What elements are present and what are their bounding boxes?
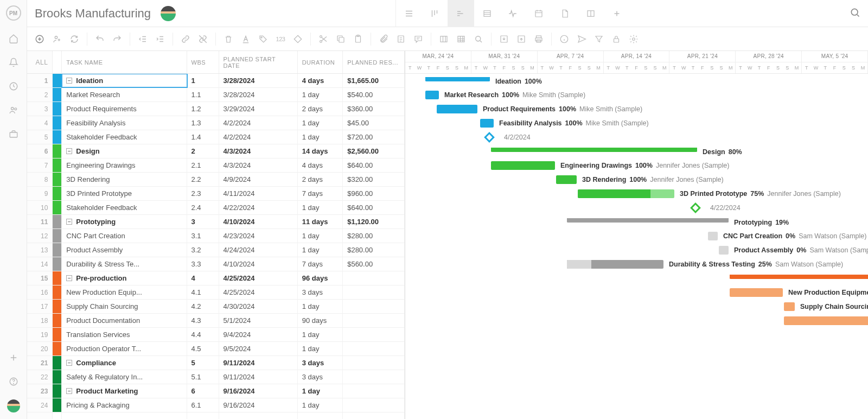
send-icon[interactable] xyxy=(575,32,589,46)
cost-cell[interactable] xyxy=(343,370,405,384)
note-icon[interactable] xyxy=(394,32,408,46)
table-row[interactable]: 15−Pre-production44/25/202496 days xyxy=(27,271,405,285)
wbs-cell[interactable]: 3.1 xyxy=(187,229,219,243)
refresh-icon[interactable] xyxy=(67,32,81,46)
task-name-cell[interactable]: Engineering Drawings xyxy=(62,158,187,172)
start-date-cell[interactable]: 4/22/2024 xyxy=(219,201,298,214)
wbs-cell[interactable]: 4.1 xyxy=(187,285,219,299)
task-bar[interactable]: 3D Rendering100%Jennifer Jones (Sample) xyxy=(556,175,577,184)
cost-cell[interactable] xyxy=(343,342,405,355)
duration-cell[interactable]: 2 days xyxy=(298,102,343,116)
start-date-cell[interactable]: 4/2/2024 xyxy=(219,116,298,130)
table-row[interactable]: 22Safety & Regulatory In...5.19/11/20243… xyxy=(27,370,405,384)
filter-icon[interactable] xyxy=(592,32,606,46)
start-date-cell[interactable]: 4/25/2024 xyxy=(219,271,298,285)
task-name-cell[interactable]: Market Research xyxy=(62,88,187,101)
duration-cell[interactable]: 96 days xyxy=(298,271,343,285)
cost-cell[interactable]: $560.00 xyxy=(343,257,405,271)
duration-cell[interactable]: 11 days xyxy=(298,215,343,228)
wbs-cell[interactable]: 6.1 xyxy=(187,398,219,412)
duration-cell[interactable]: 3 days xyxy=(298,356,343,370)
cost-cell[interactable]: $360.00 xyxy=(343,102,405,116)
view-activity-icon[interactable] xyxy=(500,0,526,27)
task-bar[interactable]: Engineering Drawings100%Jennifer Jones (… xyxy=(491,161,555,170)
trash-icon[interactable] xyxy=(221,32,235,46)
comment-icon[interactable] xyxy=(411,32,425,46)
collapse-icon[interactable]: − xyxy=(66,388,72,394)
cost-cell[interactable] xyxy=(343,356,405,370)
task-bar[interactable]: New Production Equipment0% xyxy=(730,288,783,297)
task-name-cell[interactable]: Product Assembly xyxy=(62,243,187,257)
tag-icon[interactable] xyxy=(256,32,270,46)
text-color-icon[interactable] xyxy=(239,32,253,46)
table-row[interactable]: 12CNC Part Creation3.14/23/20241 day$280… xyxy=(27,229,405,243)
grid-icon[interactable] xyxy=(454,32,468,46)
view-calendar-icon[interactable] xyxy=(526,0,552,27)
task-bar[interactable]: CNC Part Creation0%Sam Watson (Sample) xyxy=(708,232,718,240)
wbs-cell[interactable]: 4.2 xyxy=(187,300,219,313)
collapse-icon[interactable]: − xyxy=(66,275,72,281)
summary-bar[interactable]: Ideation100% xyxy=(425,77,490,81)
cost-cell[interactable] xyxy=(343,398,405,412)
cost-cell[interactable] xyxy=(343,384,405,398)
col-header-start[interactable]: PLANNED START DATE xyxy=(219,51,298,73)
duration-cell[interactable]: 1 day xyxy=(298,88,343,101)
cost-cell[interactable] xyxy=(343,314,405,327)
table-row[interactable]: 93D Printed Prototype2.34/11/20247 days$… xyxy=(27,187,405,201)
task-name-cell[interactable]: −Prototyping xyxy=(62,215,187,228)
start-date-cell[interactable]: 9/5/2024 xyxy=(219,342,298,355)
diamond-icon[interactable] xyxy=(291,32,305,46)
task-name-cell[interactable]: −Compliance xyxy=(62,356,187,370)
start-date-cell[interactable]: 4/23/2024 xyxy=(219,229,298,243)
search-icon[interactable] xyxy=(850,7,860,20)
milestone-marker[interactable] xyxy=(690,202,701,213)
table-row[interactable]: 3Product Requirements1.23/29/20242 days$… xyxy=(27,102,405,116)
start-date-cell[interactable]: 4/30/2024 xyxy=(219,300,298,313)
start-date-cell[interactable]: 3/29/2024 xyxy=(219,102,298,116)
wbs-cell[interactable]: 4.3 xyxy=(187,314,219,327)
wbs-cell[interactable]: 3 xyxy=(187,215,219,228)
table-row[interactable]: 14Durability & Stress Te...3.34/10/20247… xyxy=(27,257,405,271)
project-owner-avatar[interactable] xyxy=(161,6,176,21)
wbs-cell[interactable]: 2.2 xyxy=(187,173,219,186)
zoom-icon[interactable] xyxy=(471,32,486,46)
info-icon[interactable] xyxy=(557,32,571,46)
col-header-all[interactable]: ALL xyxy=(27,51,53,73)
task-name-cell[interactable]: Stakeholder Feedback xyxy=(62,130,187,144)
task-bar[interactable]: Product Assembly0%Sam Watson (Sample) xyxy=(719,246,729,255)
table-row[interactable]: 18Product Documentation4.35/1/202490 day… xyxy=(27,314,405,328)
export-icon[interactable] xyxy=(514,32,528,46)
task-name-cell[interactable]: Pricing & Packaging xyxy=(62,398,187,412)
cost-cell[interactable] xyxy=(343,285,405,299)
summary-bar[interactable]: Pre-production0% xyxy=(730,275,868,279)
cost-cell[interactable] xyxy=(343,328,405,341)
task-bar[interactable]: Durability & Stress Testing25%Sam Watson… xyxy=(567,260,663,269)
summary-bar[interactable]: Prototyping19% xyxy=(567,218,729,223)
wbs-cell[interactable]: 2.1 xyxy=(187,158,219,172)
duration-cell[interactable]: 1 day xyxy=(298,116,343,130)
wbs-cell[interactable]: 1.2 xyxy=(187,102,219,116)
cost-cell[interactable]: $960.00 xyxy=(343,187,405,200)
notifications-icon[interactable] xyxy=(8,56,20,68)
wbs-cell[interactable]: 4.4 xyxy=(187,328,219,341)
task-name-cell[interactable]: Translation Services xyxy=(62,328,187,341)
copy-icon[interactable] xyxy=(334,32,348,46)
start-date-cell[interactable]: 4/25/2024 xyxy=(219,285,298,299)
number-icon[interactable]: 123 xyxy=(273,32,288,46)
col-header-cost[interactable]: PLANNED RES... xyxy=(343,51,405,73)
table-row[interactable]: 4Feasibility Analysis1.34/2/20241 day$45… xyxy=(27,116,405,130)
start-date-cell[interactable]: 9/16/2024 xyxy=(219,384,298,398)
task-name-cell[interactable]: 3D Rendering xyxy=(62,173,187,186)
wbs-cell[interactable]: 4 xyxy=(187,271,219,285)
table-row[interactable]: 21−Compliance59/11/20243 days xyxy=(27,356,405,370)
table-row[interactable]: 10Stakeholder Feedback2.44/22/20241 day$… xyxy=(27,201,405,215)
task-bar[interactable]: 3D Printed Prototype75%Jennifer Jones (S… xyxy=(578,189,674,198)
people-icon[interactable] xyxy=(8,104,20,116)
task-name-cell[interactable]: Production Operator T... xyxy=(62,342,187,355)
cost-cell[interactable]: $45.00 xyxy=(343,116,405,130)
duration-cell[interactable]: 1 day xyxy=(298,229,343,243)
wbs-cell[interactable]: 6 xyxy=(187,384,219,398)
task-bar[interactable]: Feasibility Analysis100%Mike Smith (Samp… xyxy=(480,119,494,128)
home-icon[interactable] xyxy=(8,33,20,45)
wbs-cell[interactable]: 1.4 xyxy=(187,130,219,144)
